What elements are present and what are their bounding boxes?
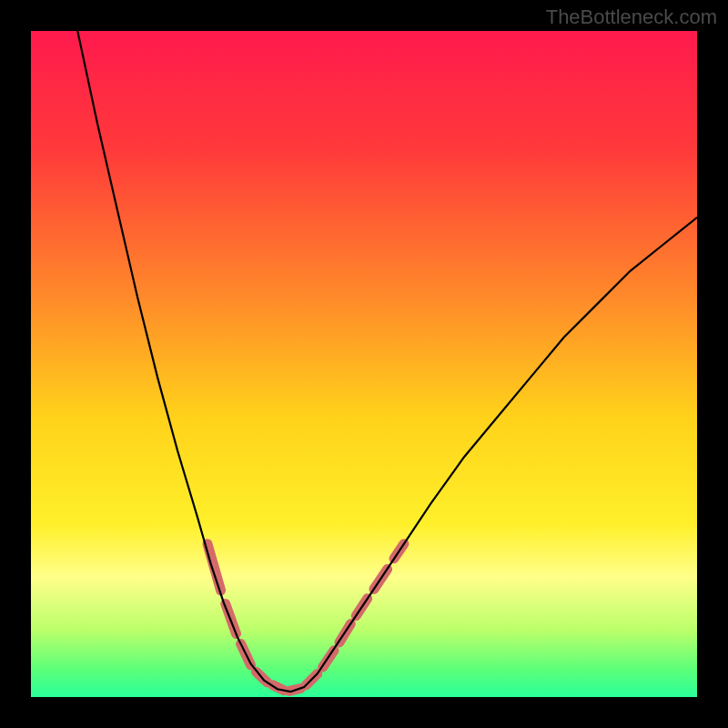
watermark-text: TheBottleneck.com (546, 5, 717, 29)
highlight-segments (207, 544, 404, 692)
curve-layer (31, 31, 697, 697)
bottleneck-curve (77, 31, 697, 692)
chart-frame: TheBottleneck.com (0, 0, 728, 728)
plot-area (31, 31, 697, 697)
svg-line-1 (207, 544, 221, 591)
